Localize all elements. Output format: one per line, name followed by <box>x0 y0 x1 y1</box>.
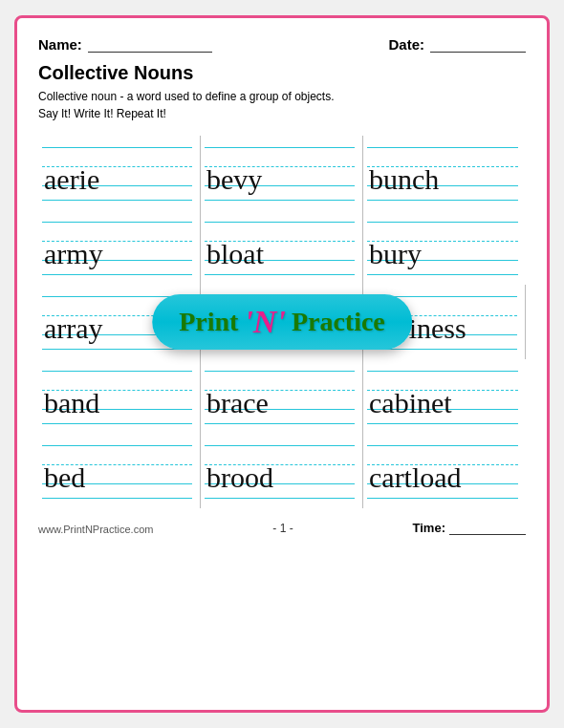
page-title: Collective Nouns <box>38 62 526 84</box>
word-text-array: array <box>44 314 103 343</box>
bot-line <box>367 200 518 201</box>
writing-lines-aerie[interactable]: aerie <box>42 138 192 206</box>
word-text-cartload: cartload <box>369 463 462 492</box>
date-field: Date: <box>388 35 526 53</box>
date-input-line[interactable] <box>430 35 526 53</box>
word-text-aerie: aerie <box>44 165 99 194</box>
word-text-bury: bury <box>369 240 422 268</box>
word-row-3: array board business <box>38 285 526 359</box>
top-line <box>205 445 355 446</box>
footer-time-input-line[interactable] <box>449 520 526 535</box>
word-cell-army: army <box>38 210 201 285</box>
bot-line <box>42 349 192 350</box>
writing-lines-band[interactable]: band <box>42 361 192 430</box>
writing-lines-cabinet[interactable]: cabinet <box>367 361 518 430</box>
top-line <box>42 445 192 446</box>
writing-lines-army[interactable]: army <box>42 212 192 281</box>
word-cell-cabinet: cabinet <box>363 359 526 434</box>
top-line <box>205 147 355 148</box>
writing-lines-bevy[interactable]: bevy <box>205 138 355 206</box>
bot-line <box>205 423 355 424</box>
bot-line <box>367 274 518 275</box>
writing-lines-cartload[interactable]: cartload <box>367 436 518 504</box>
logo-print: Print <box>179 307 238 337</box>
definition-line1: Collective noun - a word used to define … <box>38 90 335 103</box>
word-row-2: army bloat bury <box>38 210 526 285</box>
top-line <box>205 371 355 372</box>
top-line <box>367 147 518 148</box>
word-text-brood: brood <box>206 463 273 492</box>
word-text-bed: bed <box>44 463 85 492</box>
top-line <box>42 147 192 148</box>
bot-line <box>205 200 355 201</box>
word-text-bevy: bevy <box>206 165 262 194</box>
header-row: Name: Date: <box>38 35 526 53</box>
top-line <box>42 371 192 372</box>
bot-line <box>367 423 518 424</box>
writing-lines-bed[interactable]: bed <box>42 436 192 504</box>
word-cell-aerie: aerie <box>38 136 201 210</box>
logo-n: 'N' <box>244 304 285 340</box>
words-grid: aerie bevy bunch <box>38 136 526 508</box>
word-cell-bury: bury <box>363 210 526 285</box>
worksheet-page: Name: Date: Collective Nouns Collective … <box>14 15 550 713</box>
writing-lines-bury[interactable]: bury <box>367 212 518 281</box>
writing-lines-bloat[interactable]: bloat <box>205 212 355 281</box>
word-cell-bed: bed <box>38 434 201 508</box>
bot-line <box>205 498 355 499</box>
footer: www.PrintNPractice.com - 1 - Time: <box>38 516 526 535</box>
top-line <box>367 222 518 223</box>
word-cell-bunch: bunch <box>363 136 526 210</box>
word-row-1: aerie bevy bunch <box>38 136 526 210</box>
footer-website: www.PrintNPractice.com <box>38 524 153 535</box>
bot-line <box>42 423 192 424</box>
word-text-army: army <box>44 240 103 268</box>
logo-text: Print 'N' Practice <box>179 304 385 340</box>
writing-lines-bunch[interactable]: bunch <box>367 138 518 206</box>
definition-line2: Say It! Write It! Repeat It! <box>38 107 166 120</box>
word-cell-band: band <box>38 359 201 434</box>
word-text-cabinet: cabinet <box>369 389 452 418</box>
logo-overlay: Print 'N' Practice <box>152 294 412 350</box>
writing-lines-brood[interactable]: brood <box>205 436 355 504</box>
bot-line <box>205 274 355 275</box>
word-cell-bloat: bloat <box>201 210 363 285</box>
word-text-brace: brace <box>206 389 269 418</box>
bot-line <box>42 274 192 275</box>
word-row-4: band brace cabinet <box>38 359 526 434</box>
top-line <box>367 445 518 446</box>
bot-line <box>367 498 518 499</box>
top-line <box>367 371 518 372</box>
word-cell-cartload: cartload <box>363 434 526 508</box>
name-field: Name: <box>38 35 212 53</box>
word-text-band: band <box>44 389 99 418</box>
word-text-bunch: bunch <box>369 165 439 194</box>
top-line <box>205 222 355 223</box>
word-cell-bevy: bevy <box>201 136 363 210</box>
writing-lines-brace[interactable]: brace <box>205 361 355 430</box>
logo-practice: Practice <box>292 307 385 337</box>
footer-time-label: Time: <box>413 521 445 535</box>
word-cell-brace: brace <box>201 359 363 434</box>
word-text-bloat: bloat <box>206 240 264 268</box>
bot-line <box>42 200 192 201</box>
top-line <box>42 222 192 223</box>
footer-page-number: - 1 - <box>272 522 293 535</box>
subtitle: Collective noun - a word used to define … <box>38 88 526 122</box>
footer-time-field: Time: <box>413 520 526 535</box>
bot-line <box>42 498 192 499</box>
word-cell-brood: brood <box>201 434 363 508</box>
name-label: Name: <box>38 36 82 53</box>
name-input-line[interactable] <box>88 35 212 53</box>
date-label: Date: <box>388 36 424 53</box>
word-row-5: bed brood cartload <box>38 434 526 508</box>
